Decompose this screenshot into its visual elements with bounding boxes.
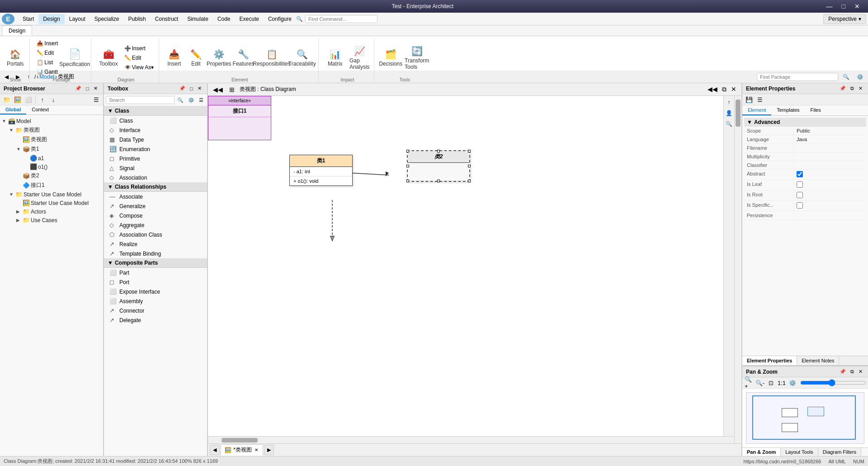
tab-scroll-left[interactable]: ◀ (210, 445, 220, 455)
ep-close[interactable]: ✕ (857, 85, 864, 92)
find-options-btn[interactable]: ⚙️ (854, 72, 866, 81)
gantt-button[interactable]: 📊 Gantt (34, 67, 60, 76)
toolbox-assembly[interactable]: ⬜ Assembly (104, 296, 207, 306)
toolbox-part[interactable]: ⬜ Part (104, 268, 207, 277)
toolbox-template-binding[interactable]: ↗ Template Binding (104, 249, 207, 258)
menu-design[interactable]: Design (38, 14, 64, 24)
tree-arrow-actors[interactable]: ▶ (16, 209, 23, 214)
toolbox-associate[interactable]: — Associate (104, 192, 207, 201)
gap-analysis-button[interactable]: 📈 GapAnalysis (348, 44, 371, 72)
tree-arrow-cv[interactable]: ▼ (9, 128, 15, 133)
transform-button[interactable]: 🔄 TransformTools (403, 44, 430, 72)
toolbox-enum[interactable]: 🔣 Enumeration (104, 144, 207, 154)
minimize-button[interactable]: — (823, 2, 836, 11)
pb-down[interactable]: ↓ (48, 95, 58, 104)
pb-new-elem[interactable]: ⬜ (24, 95, 33, 104)
pb-pin[interactable]: 📌 (73, 85, 83, 92)
pb-float[interactable]: □ (84, 85, 91, 92)
pz-fit[interactable]: ⊡ (766, 378, 776, 387)
diag-nav-left[interactable]: ◀◀ (212, 86, 224, 94)
isleaf-checkbox[interactable] (797, 181, 803, 188)
pz-zoom-in[interactable]: 🔍+ (744, 378, 754, 387)
classview-tab[interactable]: 🖼️ *类视图 ✕ (221, 444, 263, 456)
tb-close[interactable]: ✕ (196, 85, 203, 92)
menu-specialize[interactable]: Specialize (90, 14, 124, 24)
interface1-box[interactable]: «interface» 接口1 (208, 96, 271, 140)
toolbox-signal[interactable]: △ Signal (104, 163, 207, 173)
toolbox-section-relationships[interactable]: ▼ Class Relationships (104, 182, 207, 192)
search-btn[interactable]: 🔍 (175, 96, 185, 104)
ep-tab-element[interactable]: Element (742, 105, 771, 115)
toolbox-primitive[interactable]: ◻ Primitive (104, 154, 207, 163)
ribbon-tab-design[interactable]: Design (2, 25, 32, 36)
tool-arrow[interactable]: ↑ (725, 98, 734, 107)
toolbox-realize[interactable]: ↗ Realize (104, 239, 207, 249)
find-btn[interactable]: 🔍 (840, 72, 852, 81)
diagram-canvas[interactable]: 类1 - a1: int + o1(): void 类2 (208, 96, 734, 436)
toolbox-port[interactable]: ◻ Port (104, 277, 207, 287)
tool-search[interactable]: 🔍 (725, 119, 734, 128)
portals-button[interactable]: 🏠 Portals (4, 47, 27, 69)
ep-save[interactable]: 💾 (744, 95, 754, 104)
tree-actors[interactable]: ▶ 📁 Actors (0, 207, 103, 216)
pz-menu[interactable]: ⚙️ (788, 378, 797, 387)
toolbox-association[interactable]: ◇ Association (104, 173, 207, 182)
tree-class1[interactable]: ▼ 📦 类1 (0, 144, 103, 154)
toolbox-section-composite[interactable]: ▼ Composite Parts (104, 258, 207, 268)
menu-simulate[interactable]: Simulate (183, 14, 213, 24)
class2-box[interactable]: 类2 (407, 150, 470, 182)
diag-collapse[interactable]: ◀◀ (706, 85, 719, 94)
pz-float[interactable]: ⧉ (849, 368, 856, 375)
properties-button[interactable]: ⚙️ Properties (207, 47, 231, 69)
menu-layout[interactable]: Layout (65, 14, 90, 24)
tb-pin[interactable]: 📌 (177, 85, 187, 92)
pz-tab-filters[interactable]: Diagram Filters (818, 448, 862, 456)
element-insert-button[interactable]: 📥 Insert (164, 47, 184, 69)
tree-starter-uc[interactable]: ▼ 📁 Starter Use Case Model (0, 190, 103, 199)
perspective-button[interactable]: Perspective ▾ (823, 14, 866, 24)
tree-o1[interactable]: ▶ ⬛ o1() (0, 162, 103, 171)
responsibilities-button[interactable]: 📋 Responsibilities (256, 47, 288, 69)
view-as-button[interactable]: 👁️ View As▾ (122, 63, 156, 72)
toolbox-assoc-class[interactable]: ⬡ Association Class (104, 230, 207, 239)
ep-pin[interactable]: 📌 (838, 85, 848, 92)
h-scroll-thumb[interactable] (222, 438, 258, 442)
tab-scroll-right[interactable]: ▶ (264, 445, 274, 455)
toolbox-generalize[interactable]: ↗ Generalize (104, 201, 207, 211)
diag-undock[interactable]: ⧉ (721, 85, 728, 94)
list-button[interactable]: 📋 List (34, 58, 60, 67)
ep-tab-files[interactable]: Files (805, 105, 826, 115)
pz-100[interactable]: 1:1 (777, 378, 787, 387)
ep-footer-tab-notes[interactable]: Element Notes (797, 356, 839, 365)
menu-execute[interactable]: Execute (235, 14, 264, 24)
toolbox-interface[interactable]: ◇ Interface (104, 125, 207, 135)
find-command-input[interactable] (305, 15, 377, 23)
tree-classview-folder[interactable]: ▼ 📁 类视图 (0, 125, 103, 135)
element-edit-button[interactable]: ✏️ Edit (185, 47, 206, 69)
toolbox-aggregate[interactable]: ◇ Aggregate (104, 220, 207, 230)
toolbox-section-class[interactable]: ▼ Class (104, 106, 207, 116)
pb-tab-global[interactable]: Global (0, 105, 26, 114)
pz-slider[interactable] (800, 379, 866, 386)
tree-interface1[interactable]: ▶ 🔷 接口1 (0, 181, 103, 190)
tree-cv-diagram[interactable]: ▶ 🖼️ 类视图 (0, 135, 103, 144)
toolbox-connector[interactable]: ↗ Connector (104, 306, 207, 315)
pb-close[interactable]: ✕ (92, 85, 99, 92)
close-button[interactable]: ✕ (851, 2, 863, 11)
insert-button[interactable]: 📥 Insert (34, 39, 60, 48)
toolbox-delegate[interactable]: ↗ Delegate (104, 315, 207, 325)
tree-usecases[interactable]: ▶ 📁 Use Cases (0, 216, 103, 224)
specification-button[interactable]: 📄 Specification (61, 47, 88, 69)
ep-float[interactable]: ⧉ (849, 85, 856, 92)
tree-class2[interactable]: ▶ 📦 类2 (0, 171, 103, 181)
pz-tab-panzoom[interactable]: Pan & Zoom (742, 448, 781, 456)
matrix-button[interactable]: 📊 Matrix (323, 47, 347, 69)
pb-up[interactable]: ↑ (38, 95, 47, 104)
tree-arrow-uc[interactable]: ▶ (16, 218, 23, 223)
toolbox-expose-interface[interactable]: ⬜ Expose Interface (104, 287, 207, 296)
pb-menu[interactable]: ☰ (91, 95, 101, 104)
diagram-edit-button[interactable]: ✏️ Edit (122, 53, 156, 62)
v-scroll-thumb[interactable] (736, 100, 741, 127)
decisions-button[interactable]: 🗂️ Decisions (379, 47, 402, 69)
ep-tab-templates[interactable]: Templates (771, 105, 805, 115)
